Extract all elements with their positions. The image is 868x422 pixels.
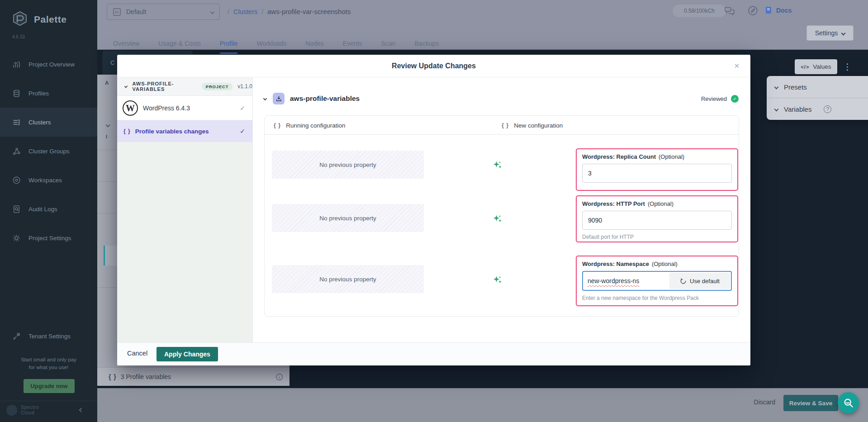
cancel-button[interactable]: Cancel [127, 350, 147, 357]
pack-section-header[interactable]: aws-profile-variables Reviewed ✓ [253, 91, 750, 106]
pack-nav-item-wordpress[interactable]: W WordPress 6.4.3 ✓ [117, 96, 252, 120]
running-configuration-column: { } Running configuration [274, 116, 346, 135]
chevron-down-icon [210, 9, 215, 14]
breadcrumb-separator: / [261, 8, 263, 15]
sidebar-item-audit-logs[interactable]: Audit Logs [0, 196, 97, 222]
breadcrumb-page-title: aws-profile-var-screenshots [267, 8, 351, 15]
tab-backups[interactable]: Backups [415, 37, 439, 50]
chevron-down-icon [774, 85, 779, 89]
upgrade-now-button[interactable]: Upgrade now [24, 379, 75, 393]
replica-count-field-highlight: Wordpress: Replica Count(Optional) [576, 148, 738, 191]
breadcrumb: / Clusters / aws-profile-var-screenshots [228, 8, 351, 15]
namespace-input[interactable]: new-wordpress-ns Use default [582, 271, 732, 291]
discard-button[interactable]: Discard [754, 398, 775, 406]
sidebar: Palette 4.6.33 Project Overview Profiles… [0, 0, 97, 422]
sidebar-item-project-overview[interactable]: Project Overview [0, 52, 97, 77]
chat-icon[interactable] [724, 6, 735, 16]
no-previous-property-box: No previous property [272, 151, 424, 179]
assistant-search-fab[interactable] [838, 392, 859, 413]
app-name: Palette [34, 14, 66, 25]
variables-section[interactable]: Variables ? [767, 98, 868, 120]
tools-icon [12, 332, 21, 341]
sidebar-item-label: Project Overview [28, 61, 75, 68]
http-port-input[interactable] [582, 211, 732, 230]
sidebar-item-project-settings[interactable]: Project Settings [0, 225, 97, 251]
new-value-sparkle-icon [493, 275, 503, 285]
editor-footer: Discard Review & Save [97, 388, 868, 422]
kebab-menu-icon[interactable]: ⋮ [843, 59, 851, 74]
tab-workloads[interactable]: Workloads [256, 37, 286, 50]
field-optional-tag: (Optional) [659, 153, 684, 160]
magnifier-smile-icon [843, 397, 854, 409]
use-default-label: Use default [690, 278, 720, 284]
sidebar-item-label: Cluster Groups [28, 148, 70, 155]
sidebar-item-workspaces[interactable]: Workspaces [0, 167, 97, 193]
tab-events[interactable]: Events [343, 37, 362, 50]
sidebar-item-label: Audit Logs [28, 206, 57, 213]
namespace-field-highlight: Wordpress: Namespace(Optional) new-wordp… [576, 256, 738, 306]
cluster-settings-button[interactable]: Settings [806, 25, 854, 41]
namespace-value: new-wordpress-ns [588, 277, 639, 284]
chevron-down-icon [774, 107, 779, 111]
restore-history-icon [680, 278, 687, 284]
cluster-list-icon [12, 118, 21, 127]
sidebar-item-clusters[interactable]: Clusters [0, 108, 97, 137]
reviewed-label: Reviewed [701, 95, 727, 102]
chevron-down-icon [124, 85, 128, 88]
field-optional-tag: (Optional) [652, 261, 678, 267]
breadcrumb-separator: / [228, 8, 229, 15]
no-previous-property-box: No previous property [272, 204, 424, 232]
sidebar-item-label: Clusters [28, 119, 51, 126]
tab-usage-costs[interactable]: Usage & Costs [158, 37, 200, 50]
palette-app: Default / Clusters / aws-profile-var-scr… [0, 0, 868, 422]
chevron-down-icon [841, 31, 846, 35]
pack-nav-item-profile-variables[interactable]: { } Profile variables changes ✓ [117, 120, 252, 142]
configuration-diff-card: { } Running configuration { } New config… [264, 115, 739, 317]
profile-version: v1.1.0 [237, 83, 252, 90]
tab-overview[interactable]: Overview [113, 37, 139, 50]
info-icon[interactable] [275, 373, 283, 381]
presets-label: Presets [784, 83, 807, 91]
chevron-down-icon [263, 97, 267, 100]
new-configuration-column: { } New configuration [502, 116, 563, 135]
values-button[interactable]: </> Values [795, 59, 837, 74]
presets-section[interactable]: Presets [767, 76, 868, 98]
review-save-button[interactable]: Review & Save [783, 395, 838, 411]
apply-changes-button[interactable]: Apply Changes [157, 347, 218, 361]
braces-icon: { } [502, 122, 509, 128]
profile-header-row[interactable]: AWS-PROFILE-VARIABLES PROJECT v1.1.0 [117, 77, 252, 96]
page-header: Default / Clusters / aws-profile-var-scr… [97, 0, 868, 50]
sidebar-item-profiles[interactable]: Profiles [0, 81, 97, 106]
field-label: Wordpress: Replica Count(Optional) [582, 153, 732, 160]
diff-columns-header: { } Running configuration { } New config… [265, 116, 739, 135]
field-label-text: Wordpress: Namespace [582, 261, 649, 267]
review-update-changes-modal: Review Update Changes ✕ AWS-PROFILE-VARI… [117, 55, 750, 365]
braces-icon: { } [274, 122, 281, 128]
profile-variables-bar[interactable]: { } 3 Profile variables [97, 367, 289, 386]
sidebar-item-cluster-groups[interactable]: Cluster Groups [0, 138, 97, 164]
brand-logo-row: Palette [12, 11, 66, 28]
docs-link[interactable]: Docs [764, 6, 792, 14]
reviewed-check-icon: ✓ [731, 95, 739, 103]
field-optional-tag: (Optional) [648, 200, 674, 207]
use-default-button[interactable]: Use default [669, 273, 730, 289]
clipped-label-i: I [106, 134, 107, 139]
sidebar-item-label: Workspaces [28, 177, 62, 184]
tab-nodes[interactable]: Nodes [305, 37, 323, 50]
replica-count-input[interactable] [582, 164, 732, 183]
layers-stack-icon [12, 89, 21, 98]
variables-label: Variables [784, 105, 811, 113]
tab-scan[interactable]: Scan [381, 37, 396, 50]
field-label: Wordpress: HTTP Port(Optional) [582, 200, 732, 207]
collapse-sidebar-icon[interactable] [79, 408, 84, 413]
tab-profile[interactable]: Profile [220, 37, 238, 50]
help-icon[interactable]: ? [824, 105, 831, 113]
field-label: Wordpress: Namespace(Optional) [582, 261, 732, 267]
http-port-field-highlight: Wordpress: HTTP Port(Optional) Default p… [576, 195, 738, 242]
sidebar-item-tenant-settings[interactable]: Tenant Settings [0, 323, 97, 349]
presets-variables-panel: Presets Variables ? [767, 76, 868, 120]
close-icon[interactable]: ✕ [731, 61, 742, 71]
project-selector[interactable]: Default [107, 4, 220, 20]
compass-help-icon[interactable] [747, 5, 759, 16]
breadcrumb-clusters-link[interactable]: Clusters [233, 8, 257, 15]
